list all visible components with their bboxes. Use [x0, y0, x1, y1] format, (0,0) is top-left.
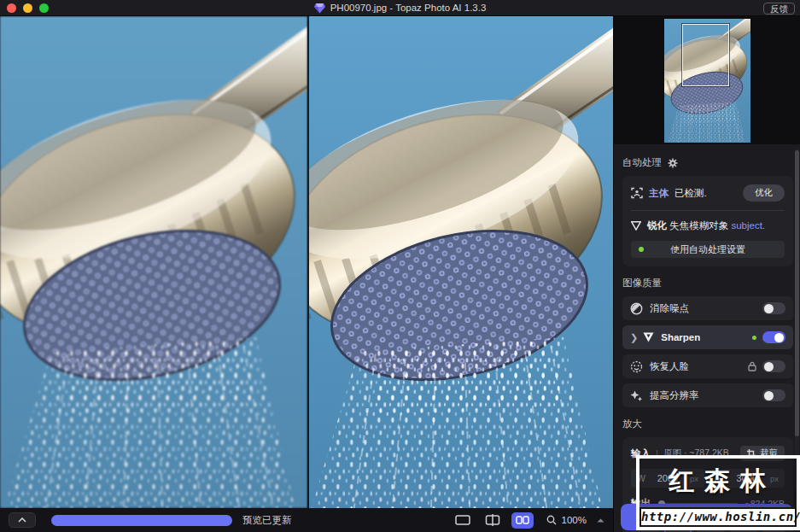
denoise-toggle[interactable]	[762, 302, 785, 314]
sharpen-triangle-icon	[631, 221, 641, 231]
before-image[interactable]	[0, 16, 307, 508]
single-view-icon	[455, 515, 470, 525]
split-view-icon	[485, 514, 500, 526]
subject-status: 已检测.	[674, 187, 707, 200]
minimize-window-button[interactable]	[23, 3, 32, 13]
refine-subject-button[interactable]: 优化	[743, 184, 785, 202]
navigator	[614, 16, 800, 144]
single-view-button[interactable]	[452, 512, 474, 529]
zoom-control[interactable]: 100%	[546, 515, 604, 525]
resize-header: 放大	[622, 418, 642, 430]
subject-detect-icon	[631, 187, 643, 199]
filter-active-dot	[752, 336, 756, 340]
scrollbar-thumb[interactable]	[795, 150, 799, 436]
preview-status: 预览已更新	[242, 514, 292, 527]
filter-denoise[interactable]: 消除噪点	[622, 296, 793, 320]
filter-upscale[interactable]: 提高分辨率	[622, 383, 793, 407]
topaz-logo-icon	[314, 3, 325, 14]
statusbar: 预览已更新	[0, 508, 613, 532]
preview-progress-bar	[51, 515, 232, 526]
sharpen-toggle[interactable]	[762, 331, 785, 343]
apply-autopilot-button[interactable]: 使用自动处理设置	[631, 241, 785, 258]
zoom-window-button[interactable]	[39, 3, 49, 13]
status-dot	[639, 247, 644, 252]
autopilot-subject-link[interactable]: subject.	[731, 220, 765, 231]
app-window: PH00970.jpg - Topaz Photo AI 1.3.3 反馈 自动…	[0, 0, 800, 532]
autopilot-card: 主体 已检测. 优化 锐化 失焦模糊对象 subject. 使用自动处理设置	[622, 176, 793, 266]
close-window-button[interactable]	[7, 3, 16, 13]
filter-sharpen[interactable]: ❯ Sharpen	[622, 325, 793, 349]
autopilot-action-desc: 失焦模糊对象	[669, 220, 728, 231]
filter-face-recovery[interactable]: 恢复人脸	[622, 354, 793, 378]
after-image[interactable]	[309, 16, 613, 508]
sidebar-scrollbar[interactable]	[795, 149, 799, 490]
watermark-url: http://www.hoslin.cn/	[639, 507, 797, 527]
gear-icon[interactable]	[668, 158, 678, 168]
quality-header: 图像质量	[622, 277, 662, 289]
window-title: PH00970.jpg - Topaz Photo AI 1.3.3	[330, 3, 487, 13]
navigator-view-rect[interactable]	[682, 24, 729, 86]
face-recovery-toggle[interactable]	[762, 360, 785, 372]
autopilot-action: 锐化	[647, 220, 667, 231]
titlebar: PH00970.jpg - Topaz Photo AI 1.3.3 反馈	[0, 0, 800, 16]
chevron-right-icon[interactable]: ❯	[630, 332, 638, 343]
preview-canvas[interactable]	[0, 16, 613, 508]
face-recovery-icon	[630, 360, 643, 373]
window-controls	[7, 3, 49, 13]
divider	[631, 210, 785, 211]
split-view-button[interactable]	[482, 512, 504, 529]
side-by-side-icon	[516, 516, 529, 524]
watermark: 红森林 http://www.hoslin.cn/	[636, 455, 800, 530]
chevron-up-icon	[18, 517, 26, 523]
zoom-dropdown-caret-icon[interactable]	[597, 518, 604, 523]
upscale-icon	[630, 389, 643, 402]
sharpen-icon	[643, 332, 654, 342]
zoom-level[interactable]: 100%	[562, 515, 587, 525]
feedback-button[interactable]: 反馈	[763, 3, 795, 15]
lock-icon	[748, 361, 756, 371]
magnifier-icon	[546, 515, 557, 525]
side-by-side-view-button[interactable]	[511, 512, 534, 529]
autopilot-header: 自动处理	[622, 156, 662, 169]
collapse-panel-button[interactable]	[9, 512, 36, 528]
navigator-thumbnail[interactable]	[664, 19, 750, 143]
denoise-icon	[630, 302, 643, 315]
watermark-name: 红森林	[639, 459, 797, 500]
subject-link[interactable]: 主体	[649, 187, 669, 200]
upscale-toggle[interactable]	[762, 389, 785, 401]
